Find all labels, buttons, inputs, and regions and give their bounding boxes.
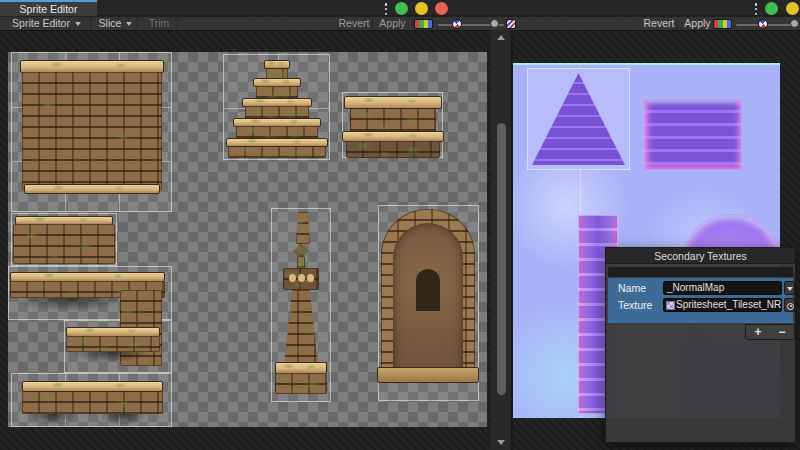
vertical-scrollbar[interactable] [491,30,511,450]
trim-button[interactable]: Trim [141,17,178,30]
scroll-up-arrow-icon[interactable] [497,35,505,40]
overlay-yellow-circle-icon[interactable] [786,2,799,15]
sprite-sheet-canvas[interactable] [8,52,487,427]
toolbar: Sprite Editor Slice Trim Revert Apply Re… [0,17,800,31]
chevron-down-icon [75,22,81,26]
mip-stripes-icon [506,19,516,29]
tab-label: Sprite Editor [20,3,78,15]
skull-carving-icon [307,274,314,282]
texture-list-header [608,267,793,277]
mip-ball-icon [452,19,462,29]
chevron-down-icon [126,22,132,26]
object-picker-icon[interactable] [784,298,795,312]
overlay-green-circle-icon[interactable] [765,2,778,15]
list-footer-buttons: + − [745,324,795,340]
scrollbar-thumb[interactable] [497,123,506,395]
overlay-green-circle-icon[interactable] [395,2,408,15]
texture-thumbnail-icon [666,301,675,310]
normalmap-pyramid-relief[interactable] [527,68,630,170]
skull-carving-icon [298,274,305,282]
secondary-textures-panel: Secondary Textures Name _NormalMap Textu… [605,247,796,443]
texture-object-field[interactable]: Spritesheet_Tileset_NRM [663,298,782,312]
tab-sprite-editor[interactable]: Sprite Editor [0,0,97,16]
scroll-down-arrow-icon[interactable] [497,440,505,445]
name-dropdown[interactable]: _NormalMap [663,281,782,295]
remove-texture-button[interactable]: − [770,325,794,339]
rgb-alpha-toggle-icon[interactable] [414,19,433,29]
name-label: Name [618,282,646,294]
overlay-red-circle-icon[interactable] [435,2,448,15]
add-texture-button[interactable]: + [746,325,770,339]
zoom-slider-handle[interactable] [790,19,799,28]
revert-button-right[interactable]: Revert [641,17,678,30]
sprite-editor-menu-button[interactable]: Sprite Editor [3,17,91,30]
texture-label: Texture [618,299,652,311]
name-dropdown-arrow-button[interactable] [784,281,795,295]
rgb-alpha-toggle-icon[interactable] [713,19,732,29]
overlay-yellow-circle-icon[interactable] [415,2,428,15]
overlay-menu-dots-icon[interactable] [754,3,758,15]
overlay-menu-dots-icon[interactable] [384,3,388,15]
panel-title: Secondary Textures [606,248,795,264]
sprite-editor-window: Sprite Editor Sprite Editor Slice Trim R… [0,0,800,450]
apply-button-right[interactable]: Apply [679,17,716,30]
slice-menu-button[interactable]: Slice [94,17,138,30]
zoom-slider-handle[interactable] [490,19,499,28]
revert-button-left[interactable]: Revert [336,17,373,30]
skull-carving-icon [289,274,296,282]
normalmap-wall-relief[interactable] [644,99,742,170]
mip-ball-icon [758,19,768,29]
apply-button-left[interactable]: Apply [374,17,411,30]
arch-niche [416,269,440,311]
